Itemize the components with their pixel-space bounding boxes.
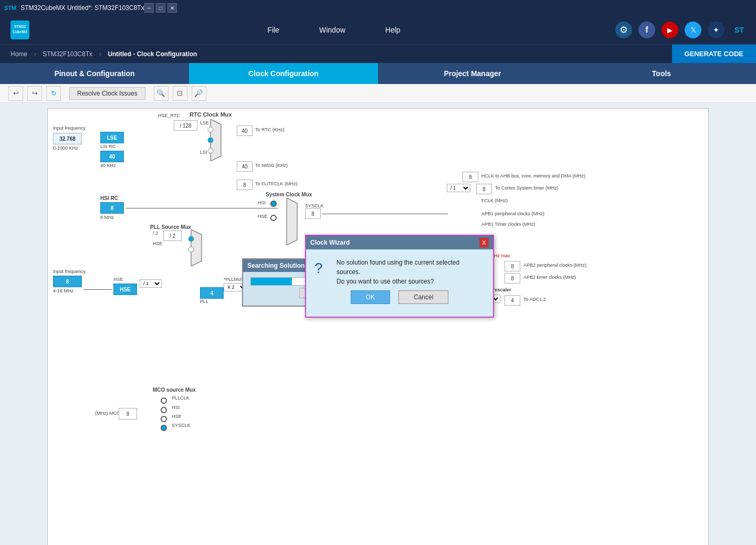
hse-div-select[interactable]: / 1	[140, 279, 162, 288]
youtube-icon[interactable]: ▶	[662, 22, 678, 38]
st-logo-icon[interactable]: ST	[731, 22, 748, 38]
to-rtc-val[interactable]: 40	[237, 125, 253, 136]
zoom-in-button[interactable]: 🔍	[154, 86, 169, 101]
mco-source-mux-label: MCO source Mux	[153, 387, 196, 393]
sysclk-mco-radio[interactable]	[161, 425, 167, 431]
rtc-clock-mux-label: RTC Clock Mux	[190, 111, 232, 118]
cortex-label: To Cortex System timer (MHz)	[495, 185, 559, 191]
tab-clock[interactable]: Clock Configuration	[189, 63, 378, 84]
hse-sys-radio[interactable]	[270, 215, 277, 221]
hsi-mco-radio[interactable]	[161, 407, 167, 413]
resolve-clock-issues-button[interactable]: Resolve Clock Issues	[69, 87, 145, 100]
hclk-val-1[interactable]: 8	[463, 172, 478, 182]
close-button[interactable]: ✕	[167, 3, 177, 13]
redo-button[interactable]: ↪	[27, 86, 42, 101]
facebook-icon[interactable]: f	[638, 22, 655, 38]
wizard-message-line1: No solution found using the current sele…	[337, 259, 459, 276]
wizard-dialog-buttons: OK Cancel	[314, 286, 485, 310]
menu-file[interactable]: File	[263, 24, 284, 36]
wizard-message-line2: Do you want to use other sources?	[337, 278, 434, 285]
hse-sys-label: HSE	[258, 214, 268, 219]
nav-home[interactable]: Home	[4, 45, 34, 63]
input-freq-label-2: Input frequency	[53, 269, 86, 274]
ahb-prescaler-select[interactable]: / 1	[447, 184, 470, 192]
fclk-label: FCLK (MHz)	[481, 198, 508, 203]
community-icon[interactable]: ✦	[708, 22, 724, 38]
to-adc-label: To ADC1,2	[523, 297, 546, 302]
lsi-mux-label: LSI	[200, 150, 207, 155]
clock-wizard-dialog: Clock Wizard X ? No solution found using…	[305, 235, 494, 318]
pll-mux-shape	[183, 229, 209, 266]
brand-logo: STM32 CubeMX	[8, 18, 32, 41]
title-text: STM32CubeMX Untitled*: STM32F103C8Tx	[20, 4, 144, 12]
zoom-out-button[interactable]: 🔎	[192, 86, 206, 101]
generate-code-button[interactable]: GENERATE CODE	[672, 45, 756, 64]
lsi-40khz-label: 40 KHz	[100, 163, 116, 168]
sysclk-mco-label: SYSCLK	[172, 423, 191, 428]
wizard-dialog-header: Clock Wizard X	[306, 236, 493, 249]
nav-device[interactable]: STM32F103C8Tx	[36, 45, 99, 63]
apb2-periph-val[interactable]: 8	[505, 261, 520, 271]
social-icons: ⚙ f ▶ 𝕏 ✦ ST	[615, 22, 748, 38]
twitter-icon[interactable]: 𝕏	[685, 22, 701, 38]
mhz-mco-label: (MHz) MCO	[95, 411, 120, 416]
wizard-cancel-button[interactable]: Cancel	[398, 290, 448, 304]
to-rtc-label: To RTC (KHz)	[255, 127, 285, 132]
apb1-periph-label: APB1 peripheral clocks (MHz)	[481, 211, 544, 216]
sys-clock-mux-label: System Clock Mux	[266, 192, 312, 197]
wizard-ok-button[interactable]: OK	[351, 290, 390, 304]
input-freq-value-1[interactable]: 32.768	[53, 133, 82, 144]
restore-button[interactable]: □	[156, 3, 165, 13]
fit-button[interactable]: ⊡	[173, 86, 187, 101]
line-sysclk-prescaler	[322, 214, 448, 214]
pllclk-mco-label: PLLCLK	[172, 395, 190, 401]
lsi-40-block[interactable]: 40	[100, 151, 124, 162]
pll-label: PLL	[200, 299, 208, 304]
lsi-rc-label: LSI RC	[100, 144, 116, 149]
svg-point-5	[208, 138, 213, 143]
tab-project[interactable]: Project Manager	[378, 63, 567, 84]
progress-bar-fill	[251, 278, 292, 285]
mco-out-val[interactable]: 8	[119, 408, 137, 420]
pllclk-mco-radio[interactable]	[161, 397, 167, 404]
nav-project[interactable]: Untitled - Clock Configuration	[101, 45, 203, 63]
hsi-8mhz-label: 8 MHz	[100, 215, 114, 220]
hse-mco-radio[interactable]	[161, 416, 167, 422]
cortex-val[interactable]: 8	[476, 184, 492, 194]
lse-mux-label: LSE	[200, 120, 209, 125]
lse-block: LSE	[100, 132, 124, 143]
wizard-close-btn[interactable]: X	[479, 238, 489, 247]
adc-out-val[interactable]: 4	[505, 295, 520, 306]
hse-rtc-label: HSE_RTC	[158, 113, 180, 118]
menu-items: File Window Help	[52, 24, 615, 36]
line-hsi-sysmux	[125, 208, 278, 208]
apb2-periph-label: APB2 peripheral clocks (MHz)	[523, 263, 586, 268]
undo-button[interactable]: ↩	[8, 86, 23, 101]
apb2-timer-val[interactable]: 8	[505, 273, 520, 284]
freq-range-1: 0-1000 KHz	[53, 145, 78, 151]
freq-range-2: 4-16 MHz	[53, 288, 74, 294]
searching-dialog-title: Searching Solution	[247, 262, 304, 269]
menu-window[interactable]: Window	[315, 24, 350, 36]
svg-point-6	[208, 148, 213, 153]
hse-freq-val[interactable]: 8	[53, 276, 82, 287]
pll-out-block[interactable]: 4	[200, 287, 224, 299]
sysclk-val[interactable]: 8	[305, 208, 321, 219]
svg-marker-7	[287, 198, 297, 245]
menu-help[interactable]: Help	[381, 24, 405, 36]
tab-pinout[interactable]: Pinout & Configuration	[0, 63, 189, 84]
updates-icon[interactable]: ⚙	[615, 22, 632, 38]
wizard-question-icon: ?	[314, 260, 323, 277]
hsi-div2-box: / 2	[163, 230, 182, 241]
main-area: Input frequency 32.768 0-1000 KHz LSE LS…	[0, 103, 756, 545]
tab-tools[interactable]: Tools	[567, 63, 756, 84]
to-flit-val[interactable]: 8	[237, 180, 253, 190]
clock-diagram-canvas: Input frequency 32.768 0-1000 KHz LSE LS…	[47, 108, 709, 545]
refresh-button[interactable]: ↻	[46, 86, 61, 101]
hsi-sys-radio[interactable]	[270, 201, 277, 207]
sys-mux-shape	[279, 198, 305, 245]
hsi-8-block[interactable]: 8	[100, 202, 124, 214]
line-hse-input	[83, 289, 112, 290]
minimize-button[interactable]: ─	[144, 3, 154, 13]
to-iwdg-val[interactable]: 40	[237, 161, 253, 172]
